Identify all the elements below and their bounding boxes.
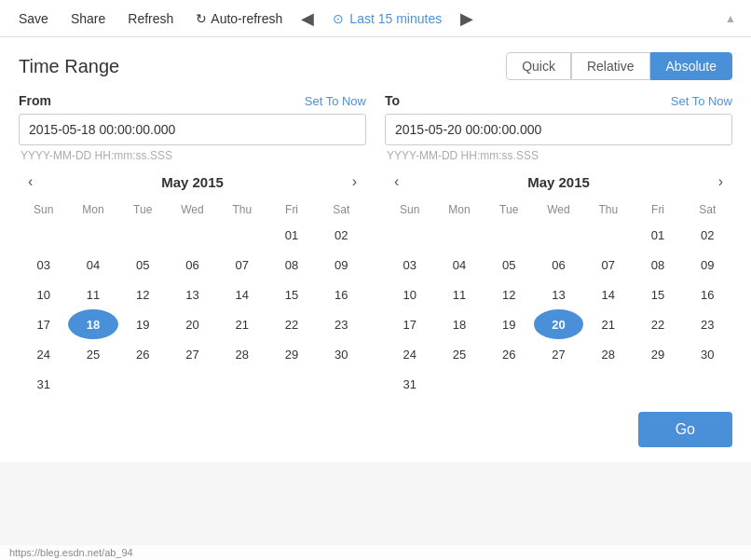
table-row[interactable]: 14 [217, 280, 266, 309]
table-row[interactable]: 30 [317, 339, 366, 369]
table-row[interactable]: 22 [633, 309, 682, 339]
table-row[interactable]: 19 [485, 309, 534, 339]
table-row [68, 220, 117, 250]
table-row[interactable]: 29 [633, 339, 682, 369]
refresh-button[interactable]: Refresh [118, 7, 183, 30]
table-row [485, 369, 534, 399]
table-row[interactable]: 26 [485, 339, 534, 369]
table-row[interactable]: 30 [683, 339, 732, 369]
table-row[interactable]: 04 [434, 250, 484, 280]
table-row[interactable]: 28 [583, 339, 633, 369]
from-date-placeholder: YYYY-MM-DD HH:mm:ss.SSS [19, 149, 366, 162]
to-cal-prev-button[interactable]: ‹ [389, 171, 404, 192]
table-row[interactable]: 26 [118, 339, 168, 369]
calendars-row: ‹ May 2015 › Sun Mon Tue Wed Thu Fri Sat [19, 171, 732, 399]
next-range-button[interactable]: ▶ [455, 5, 479, 33]
clock-icon: ⊙ [333, 11, 344, 26]
from-cal-prev-button[interactable]: ‹ [22, 171, 38, 192]
table-row[interactable]: 18 [434, 309, 484, 339]
table-row[interactable]: 05 [485, 250, 534, 280]
scroll-up-button[interactable]: ▲ [719, 8, 742, 29]
table-row[interactable]: 24 [385, 339, 434, 369]
table-row[interactable]: 27 [534, 339, 583, 369]
table-row[interactable]: 16 [683, 280, 732, 309]
table-row[interactable]: 01 [633, 220, 682, 250]
go-button[interactable]: Go [638, 412, 732, 447]
table-row[interactable]: 14 [583, 280, 633, 309]
table-row[interactable]: 08 [633, 250, 682, 280]
table-row[interactable]: 31 [19, 369, 68, 399]
table-row[interactable]: 13 [168, 280, 217, 309]
from-set-to-now-button[interactable]: Set To Now [305, 94, 366, 108]
table-row[interactable]: 18 [68, 309, 117, 339]
table-row[interactable]: 23 [683, 309, 732, 339]
table-row[interactable]: 08 [266, 250, 316, 280]
table-row[interactable]: 27 [168, 339, 217, 369]
table-row[interactable]: 28 [217, 339, 266, 369]
table-row[interactable]: 11 [68, 280, 117, 309]
table-row[interactable]: 09 [683, 250, 732, 280]
table-row[interactable]: 21 [583, 309, 633, 339]
table-row[interactable]: 10 [385, 280, 434, 309]
table-row[interactable]: 10 [19, 280, 68, 309]
table-row[interactable]: 31 [385, 369, 434, 399]
panel-header: Time Range Quick Relative Absolute [19, 52, 732, 80]
save-button[interactable]: Save [9, 7, 58, 30]
from-date-input[interactable] [19, 114, 366, 145]
table-row[interactable]: 12 [118, 280, 168, 309]
table-row[interactable]: 03 [385, 250, 434, 280]
table-row[interactable]: 25 [434, 339, 484, 369]
table-row[interactable]: 25 [68, 339, 117, 369]
to-cal-next-button[interactable]: › [713, 171, 729, 192]
table-row[interactable]: 15 [266, 280, 316, 309]
autorefresh-button[interactable]: ↻Auto-refresh [186, 7, 292, 30]
to-set-to-now-button[interactable]: Set To Now [671, 94, 732, 108]
table-row[interactable]: 24 [19, 339, 68, 369]
table-row[interactable]: 17 [385, 309, 434, 339]
to-calendar: ‹ May 2015 › Sun Mon Tue Wed Thu Fri Sat [385, 171, 732, 399]
table-row[interactable]: 13 [534, 280, 583, 309]
from-cal-dow-thu: Thu [217, 199, 266, 220]
table-row[interactable]: 03 [19, 250, 68, 280]
table-row[interactable]: 20 [534, 309, 583, 339]
to-date-placeholder: YYYY-MM-DD HH:mm:ss.SSS [385, 149, 732, 162]
table-row[interactable]: 12 [485, 280, 534, 309]
prev-range-button[interactable]: ◀ [295, 5, 320, 33]
table-row [534, 220, 583, 250]
from-cal-dow-fri: Fri [266, 199, 316, 220]
table-row[interactable]: 15 [633, 280, 682, 309]
table-row[interactable]: 29 [266, 339, 316, 369]
table-row[interactable]: 11 [434, 280, 484, 309]
to-date-input[interactable] [385, 114, 732, 145]
table-row [19, 220, 68, 250]
table-row [534, 369, 583, 399]
table-row[interactable]: 17 [19, 309, 68, 339]
table-row[interactable]: 21 [217, 309, 266, 339]
share-button[interactable]: Share [61, 7, 115, 30]
table-row[interactable]: 16 [317, 280, 366, 309]
time-range-panel: Time Range Quick Relative Absolute From … [0, 37, 751, 462]
tab-relative[interactable]: Relative [571, 52, 650, 80]
table-row[interactable]: 09 [317, 250, 366, 280]
table-row[interactable]: 07 [217, 250, 266, 280]
tab-absolute[interactable]: Absolute [650, 52, 732, 80]
table-row[interactable]: 06 [534, 250, 583, 280]
to-cal-dow-fri: Fri [633, 199, 682, 220]
table-row[interactable]: 19 [118, 309, 168, 339]
from-cal-title: May 2015 [161, 174, 224, 190]
from-cal-next-button[interactable]: › [347, 171, 362, 192]
table-row[interactable]: 07 [583, 250, 633, 280]
table-row[interactable]: 22 [266, 309, 316, 339]
table-row[interactable]: 06 [168, 250, 217, 280]
tab-quick[interactable]: Quick [506, 52, 571, 80]
table-row [434, 220, 484, 250]
table-row[interactable]: 02 [317, 220, 366, 250]
table-row[interactable]: 05 [118, 250, 168, 280]
table-row[interactable]: 23 [317, 309, 366, 339]
table-row[interactable]: 02 [683, 220, 732, 250]
table-row [168, 220, 217, 250]
table-row[interactable]: 01 [266, 220, 316, 250]
from-cal-dow-sat: Sat [317, 199, 366, 220]
table-row[interactable]: 04 [68, 250, 117, 280]
table-row[interactable]: 20 [168, 309, 217, 339]
